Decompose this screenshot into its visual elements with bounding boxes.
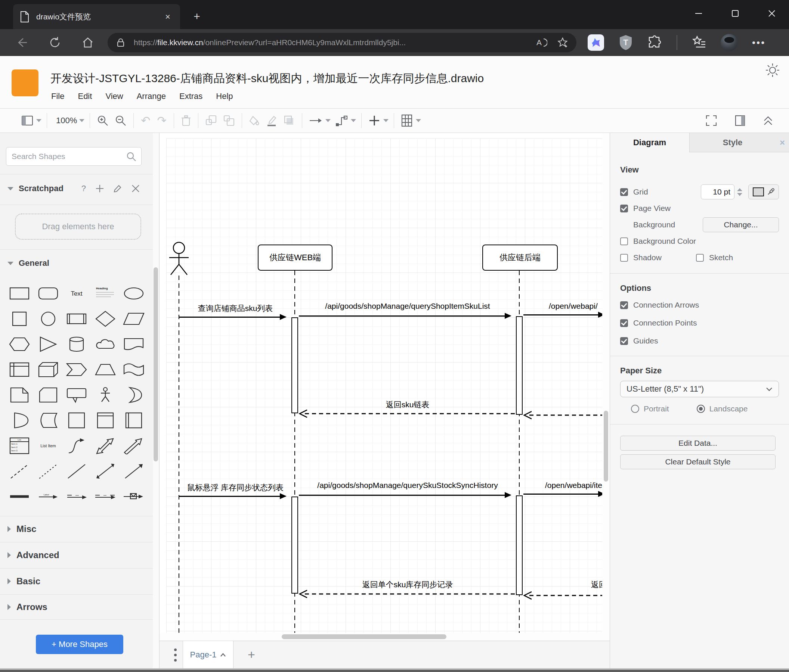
participant-web[interactable]: 供应链WEB端 bbox=[258, 245, 332, 271]
message-label[interactable]: 返回单个sku库存同步记录 bbox=[342, 580, 473, 590]
insert-caret-icon[interactable] bbox=[383, 119, 388, 122]
zoom-in-icon[interactable] bbox=[97, 115, 109, 126]
message-arrow[interactable] bbox=[179, 496, 286, 497]
participant-backend[interactable]: 供应链后端 bbox=[482, 245, 558, 271]
view-panels-caret-icon[interactable] bbox=[36, 119, 42, 122]
shape-parallelogram[interactable] bbox=[120, 306, 147, 331]
menu-arrange[interactable]: Arrange bbox=[137, 91, 166, 101]
search-input[interactable] bbox=[11, 152, 126, 161]
shape-circle[interactable] bbox=[35, 306, 62, 331]
shape-horizontal-container[interactable] bbox=[120, 408, 147, 433]
shape-source-target-arrow[interactable] bbox=[92, 484, 119, 509]
shape-actor[interactable] bbox=[92, 382, 119, 408]
window-maximize-button[interactable] bbox=[725, 3, 746, 24]
zoom-level[interactable]: 100% bbox=[56, 116, 77, 126]
return-arrow[interactable] bbox=[523, 591, 603, 600]
menu-help[interactable]: Help bbox=[216, 91, 233, 101]
shape-list-item[interactable]: List Item bbox=[35, 433, 62, 459]
connection-arrows-checkbox[interactable] bbox=[620, 301, 628, 309]
shape-process[interactable] bbox=[63, 306, 90, 331]
shape-and[interactable] bbox=[6, 408, 33, 433]
shape-vertical-container[interactable] bbox=[92, 408, 119, 433]
shape-rectangle[interactable] bbox=[6, 281, 33, 306]
message-arrow[interactable] bbox=[299, 315, 510, 317]
tampermonkey-shield-icon[interactable]: T bbox=[618, 34, 633, 51]
section-basic[interactable]: Basic bbox=[0, 568, 153, 594]
theme-sun-icon[interactable] bbox=[765, 63, 780, 78]
change-background-button[interactable]: Change... bbox=[703, 217, 779, 232]
view-panels-icon[interactable] bbox=[22, 116, 33, 126]
diagram-canvas[interactable]: 供应链WEB端 供应链后端 查询店铺商品sku列表 /api/goods/sho… bbox=[160, 133, 610, 641]
clear-default-style-button[interactable]: Clear Default Style bbox=[620, 454, 776, 469]
return-arrow[interactable] bbox=[298, 589, 517, 599]
message-arrow[interactable] bbox=[299, 495, 510, 496]
landscape-radio[interactable] bbox=[697, 405, 705, 413]
menu-view[interactable]: View bbox=[105, 91, 123, 101]
shape-cloud[interactable] bbox=[92, 331, 119, 357]
background-color-checkbox[interactable] bbox=[620, 237, 628, 245]
shape-note[interactable] bbox=[6, 382, 33, 408]
browser-tab[interactable]: drawio文件预览 × bbox=[13, 4, 180, 29]
url-bar[interactable]: https://file.kkview.cn/onlinePreview?url… bbox=[108, 33, 577, 52]
scratchpad-help-icon[interactable]: ? bbox=[81, 184, 86, 193]
collapse-icon[interactable] bbox=[763, 115, 773, 126]
shape-list[interactable]: ListItem 1Item 2Item 3 bbox=[6, 433, 33, 459]
shape-labeled-arrow[interactable]: Label bbox=[35, 484, 62, 509]
shape-step[interactable] bbox=[63, 357, 90, 382]
shadow-icon[interactable] bbox=[284, 115, 295, 126]
to-back-icon[interactable] bbox=[224, 115, 235, 126]
shadow-checkbox[interactable] bbox=[620, 254, 628, 262]
shape-rounded-rectangle[interactable] bbox=[35, 281, 62, 306]
canvas-vertical-scrollbar[interactable] bbox=[602, 133, 610, 633]
message-label[interactable]: 鼠标悬浮 库存同步状态列表 bbox=[176, 483, 294, 493]
shape-internal-storage[interactable] bbox=[6, 357, 33, 382]
message-arrow[interactable] bbox=[523, 494, 604, 495]
edit-data-button[interactable]: Edit Data... bbox=[620, 436, 776, 451]
shape-arrow-outline[interactable] bbox=[120, 433, 147, 459]
shape-directional-connector[interactable] bbox=[120, 459, 147, 484]
canvas-horizontal-scrollbar-thumb[interactable] bbox=[282, 634, 446, 639]
pages-menu-icon[interactable] bbox=[168, 646, 183, 663]
zoom-out-icon[interactable] bbox=[115, 115, 126, 126]
message-label[interactable]: /api/goods/shopManage/queryShopItemSkuLi… bbox=[305, 302, 510, 311]
shape-cube[interactable] bbox=[35, 357, 62, 382]
shape-bidirectional-arrow[interactable] bbox=[92, 433, 119, 459]
tab-diagram[interactable]: Diagram bbox=[610, 133, 690, 152]
lifeline-actor[interactable] bbox=[179, 275, 179, 633]
shape-callout[interactable] bbox=[63, 382, 90, 408]
shape-bidirectional-connector[interactable] bbox=[92, 459, 119, 484]
menu-edit[interactable]: Edit bbox=[78, 91, 92, 101]
shape-text[interactable]: Text bbox=[63, 281, 90, 306]
browser-menu-icon[interactable]: ••• bbox=[752, 37, 765, 49]
add-page-button[interactable]: + bbox=[243, 646, 260, 663]
insert-icon[interactable] bbox=[369, 115, 380, 126]
thunder-extension-icon[interactable] bbox=[588, 34, 604, 51]
shape-dashed-line[interactable] bbox=[6, 459, 33, 484]
grid-size-stepper[interactable] bbox=[736, 185, 744, 199]
scratchpad-dropzone[interactable]: Drag elements here bbox=[15, 213, 141, 240]
shape-ellipse[interactable] bbox=[120, 281, 147, 306]
paper-size-select[interactable]: US-Letter (8,5" x 11") bbox=[620, 381, 779, 397]
shape-dotted-line[interactable] bbox=[35, 459, 62, 484]
more-shapes-button[interactable]: + More Shapes bbox=[36, 635, 123, 654]
shape-tape[interactable] bbox=[120, 357, 147, 382]
page-view-checkbox[interactable] bbox=[620, 205, 628, 212]
new-tab-button[interactable]: + bbox=[190, 10, 204, 24]
grid-color-button[interactable] bbox=[748, 185, 779, 199]
return-arrow[interactable] bbox=[523, 411, 603, 420]
avatar[interactable] bbox=[720, 34, 738, 51]
scratchpad-header[interactable]: Scratchpad ? bbox=[0, 180, 153, 197]
redo-icon[interactable]: ↷ bbox=[157, 115, 166, 126]
home-icon[interactable] bbox=[81, 36, 94, 49]
activation-bar[interactable] bbox=[516, 495, 523, 595]
portrait-radio[interactable] bbox=[631, 405, 639, 413]
section-arrows[interactable]: Arrows bbox=[0, 594, 153, 620]
sidebar-scrollbar[interactable] bbox=[153, 133, 159, 668]
sketch-checkbox[interactable] bbox=[696, 254, 704, 262]
page-tab[interactable]: Page-1 bbox=[183, 641, 233, 668]
table-icon[interactable] bbox=[401, 114, 412, 127]
fill-color-icon[interactable] bbox=[249, 115, 260, 126]
connection-points-checkbox[interactable] bbox=[620, 319, 628, 327]
menu-file[interactable]: File bbox=[51, 91, 64, 101]
table-caret-icon[interactable] bbox=[416, 119, 421, 122]
